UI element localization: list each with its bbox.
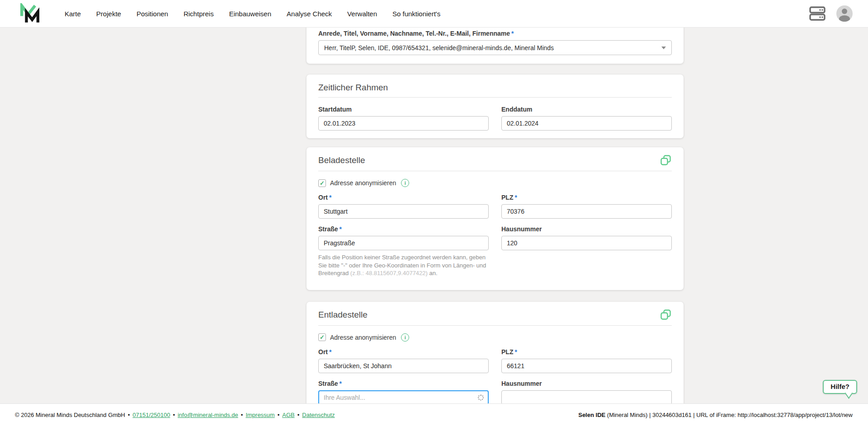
unloading-card-head: Entladestelle <box>318 310 672 321</box>
footer-link-datenschutz[interactable]: Datenschutz <box>302 412 335 418</box>
nav-item-projekte[interactable]: Projekte <box>96 10 121 18</box>
contact-label-text: Anrede, Titel, Vorname, Nachname, Tel.-N… <box>318 30 510 37</box>
enddatum-field: Enddatum <box>501 106 672 131</box>
enddatum-label: Enddatum <box>501 106 672 113</box>
label-text: Ort <box>318 348 328 356</box>
avatar-body-shape <box>839 15 850 22</box>
required-asterisk: * <box>511 30 514 37</box>
session-details: (Mineral Minds) | 30244603d161 | URL of … <box>605 412 853 418</box>
contact-card: Anrede, Titel, Vorname, Nachname, Tel.-N… <box>307 28 684 64</box>
divider <box>318 97 672 98</box>
label-text: Straße <box>318 380 338 387</box>
header-icons <box>809 5 853 22</box>
loading-plz-label: PLZ* <box>501 194 672 201</box>
unloading-ort-input[interactable] <box>318 359 489 373</box>
loading-hausnummer-input[interactable] <box>501 236 672 250</box>
server-icon[interactable] <box>809 6 826 21</box>
loading-location-card: Beladestelle ✓ Adresse anonymisieren i O… <box>307 147 684 290</box>
loading-strasse-label: Straße* <box>318 225 489 233</box>
nav-item-richtpreis[interactable]: Richtpreis <box>184 10 214 18</box>
unloading-ort-field: Ort* <box>318 348 489 373</box>
label-text: PLZ <box>501 194 513 201</box>
nav-item-karte[interactable]: Karte <box>65 10 81 18</box>
footer: © 2026 Mineral Minds Deutschland GmbH • … <box>0 403 868 426</box>
nav-item-analyse-check[interactable]: Analyse Check <box>287 10 332 18</box>
required-asterisk: * <box>329 194 331 201</box>
footer-link-agb[interactable]: AGB <box>282 412 294 418</box>
footer-link-email[interactable]: info@mineral-minds.de <box>178 412 238 418</box>
separator: • <box>278 412 280 418</box>
unloading-plz-label: PLZ* <box>501 348 672 356</box>
contact-select-value: Herr, TitelP, Selen, IDE, 0987/654321, s… <box>324 44 554 51</box>
nav-item-positionen[interactable]: Positionen <box>137 10 168 18</box>
timeframe-grid: Startdatum Enddatum <box>318 106 672 131</box>
required-asterisk: * <box>340 380 342 387</box>
footer-link-phone[interactable]: 07151/250100 <box>132 412 170 418</box>
required-asterisk: * <box>329 348 331 356</box>
loading-card-head: Beladestelle <box>318 155 672 166</box>
unloading-plz-input[interactable] <box>501 359 672 373</box>
top-navigation-bar: Karte Projekte Positionen Richtpreis Ein… <box>0 0 868 28</box>
nav-item-verwalten[interactable]: Verwalten <box>347 10 377 18</box>
required-asterisk: * <box>340 225 342 233</box>
anonymize-checkbox[interactable]: ✓ <box>318 179 326 187</box>
page-content: Anrede, Titel, Vorname, Nachname, Tel.-N… <box>0 28 868 403</box>
loading-plz-field: PLZ* <box>501 194 672 219</box>
unloading-anonymize-row: ✓ Adresse anonymisieren i <box>318 333 672 342</box>
contact-select[interactable]: Herr, TitelP, Selen, IDE, 0987/654321, s… <box>318 40 672 55</box>
main-nav: Karte Projekte Positionen Richtpreis Ein… <box>65 10 440 18</box>
mineral-minds-logo-icon[interactable] <box>18 3 40 24</box>
unloading-ort-label: Ort* <box>318 348 489 356</box>
copy-icon[interactable] <box>660 309 672 321</box>
unloading-title: Entladestelle <box>318 310 368 320</box>
startdatum-field: Startdatum <box>318 106 489 131</box>
avatar-head-shape <box>842 9 847 14</box>
info-icon[interactable]: i <box>401 179 409 187</box>
unloading-hausnummer-input[interactable] <box>501 390 672 403</box>
copyright-text: © 2026 Mineral Minds Deutschland GmbH <box>15 412 125 418</box>
unloading-strasse-field: Straße* <box>318 380 489 403</box>
user-avatar[interactable] <box>836 5 853 22</box>
unloading-hausnummer-label: Hausnummer <box>501 380 672 387</box>
unloading-grid: Ort* PLZ* Straße* Hausnummer <box>318 348 672 403</box>
unloading-plz-field: PLZ* <box>501 348 672 373</box>
loading-plz-input[interactable] <box>501 204 672 219</box>
label-text: Ort <box>318 194 328 201</box>
loading-grid: Ort* PLZ* Straße* Hausnummer <box>318 194 672 250</box>
label-text: PLZ <box>501 348 513 356</box>
loading-strasse-input[interactable] <box>318 236 489 250</box>
separator: • <box>241 412 243 418</box>
loading-hausnummer-label: Hausnummer <box>501 225 672 233</box>
separator: • <box>297 412 300 418</box>
form-cards-column: Anrede, Titel, Vorname, Nachname, Tel.-N… <box>307 28 684 403</box>
contact-field-label: Anrede, Titel, Vorname, Nachname, Tel.-N… <box>318 30 672 37</box>
hint-example: (z.B.: 48.8115607,9.4077422) <box>350 270 428 276</box>
timeframe-title: Zeitlicher Rahmen <box>318 83 672 93</box>
nav-item-so-funktionierts[interactable]: So funktioniert's <box>392 10 440 18</box>
nav-item-einbauweisen[interactable]: Einbauweisen <box>229 10 271 18</box>
required-asterisk: * <box>514 348 517 356</box>
copy-icon[interactable] <box>660 154 672 166</box>
anonymize-checkbox[interactable]: ✓ <box>318 333 326 341</box>
loading-anonymize-row: ✓ Adresse anonymisieren i <box>318 179 672 187</box>
footer-link-impressum[interactable]: Impressum <box>245 412 274 418</box>
loading-ort-input[interactable] <box>318 204 489 219</box>
unloading-strasse-input[interactable] <box>318 390 489 403</box>
footer-session-info: Selen IDE (Mineral Minds) | 30244603d161… <box>578 412 853 418</box>
timeframe-card: Zeitlicher Rahmen Startdatum Enddatum <box>307 75 684 138</box>
help-button[interactable]: Hilfe? <box>823 380 857 394</box>
anonymize-label: Adresse anonymisieren <box>330 334 396 341</box>
loading-ort-field: Ort* <box>318 194 489 219</box>
unloading-strasse-wrap <box>318 390 489 403</box>
session-user: Selen IDE <box>578 412 605 418</box>
info-icon[interactable]: i <box>401 333 409 342</box>
street-hint-text: Falls die Position keiner Straße zugeord… <box>318 253 492 277</box>
enddatum-input[interactable] <box>501 116 672 131</box>
required-asterisk: * <box>514 194 517 201</box>
startdatum-input[interactable] <box>318 116 489 131</box>
loading-title: Beladestelle <box>318 155 365 165</box>
unloading-hausnummer-field: Hausnummer <box>501 380 672 403</box>
unloading-strasse-label: Straße* <box>318 380 489 387</box>
unloading-location-card: Entladestelle ✓ Adresse anonymisieren i … <box>307 302 684 403</box>
dropdown-caret-icon <box>661 47 666 49</box>
